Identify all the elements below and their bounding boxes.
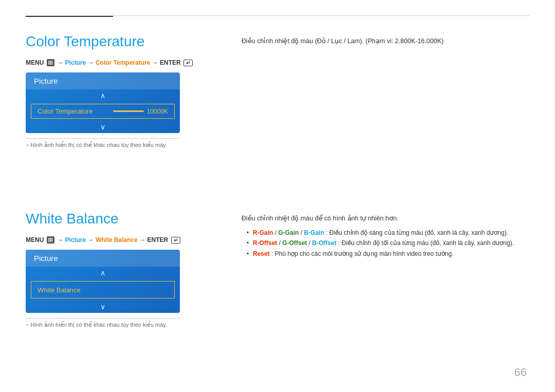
- r-offset-label: R-Offset: [253, 239, 277, 247]
- b-gain-label: B-Gain: [304, 229, 324, 236]
- section-left: Color Temperature MENU III → Picture → C…: [26, 33, 221, 148]
- bullet1-rest: : Điều chỉnh độ sáng của từng màu (đỏ, x…: [326, 229, 508, 236]
- reset-label: Reset: [253, 250, 270, 257]
- arrow-down: ∨: [26, 121, 180, 133]
- caption-color-temp: − Hình ảnh hiển thị có thể khác nhau tùy…: [26, 138, 180, 148]
- color-temp-slider: [113, 110, 144, 112]
- color-temperature-title: Color Temperature: [26, 33, 221, 50]
- color-temp-value: 10000K: [147, 108, 168, 115]
- wb-bullet-1: R-Gain / G-Gain / B-Gain : Điều chỉnh độ…: [247, 228, 529, 238]
- r-gain-label: R-Gain: [253, 229, 273, 236]
- picture-label-wb: Picture: [34, 254, 58, 263]
- menu-arrow1: →: [57, 59, 65, 66]
- picture-box-header-wb: Picture: [26, 250, 180, 267]
- menu-wb: White Balance: [96, 236, 138, 244]
- bullet2-rest: : Điều chỉnh độ tối của từng màu (đỏ, xa…: [338, 239, 514, 247]
- bullet3-rest: : Phù hợp cho các môi trường sử dụng màn…: [271, 250, 454, 257]
- menu-arrow3: → ENTER: [152, 59, 182, 66]
- menu-picture-wb: Picture: [65, 236, 86, 244]
- g-offset-label: G-Offset: [282, 239, 307, 247]
- section-right-wb: Điều chỉnh nhiệt độ màu để có hình ảnh t…: [242, 211, 529, 328]
- section-color-temperature: Color Temperature MENU III → Picture → C…: [26, 23, 529, 148]
- menu-arrow2-wb: →: [88, 236, 96, 244]
- menu-arrow3-wb: → ENTER: [139, 236, 170, 244]
- wb-description: Điều chỉnh nhiệt độ màu để có hình ảnh t…: [242, 213, 529, 223]
- top-rule: [26, 15, 529, 16]
- picture-ui-box: Picture ∧ Color Temperature 10000K ∨: [26, 72, 180, 133]
- section-content: Color Temperature MENU III → Picture → C…: [26, 33, 529, 148]
- chevron-down-icon-wb: ∨: [100, 303, 105, 311]
- section-right-color-temp: Điều chỉnh nhiệt độ màu (Đỏ / Lục / Lam)…: [242, 33, 529, 148]
- color-temp-item-label: Color Temperature: [38, 107, 92, 115]
- chevron-up-icon-wb: ∧: [100, 269, 105, 277]
- wb-item: White Balance: [31, 281, 175, 298]
- picture-label: Picture: [34, 77, 58, 85]
- b-offset-label: B-Offset: [312, 239, 336, 247]
- menu-arrow2: →: [88, 59, 96, 66]
- section-content-wb: White Balance MENU III → Picture → White…: [26, 211, 529, 328]
- wb-bullet-2: R-Offset / G-Offset / B-Offset : Điều ch…: [247, 238, 529, 248]
- page-container: Color Temperature MENU III → Picture → C…: [0, 0, 555, 392]
- arrow-down-wb: ∨: [26, 301, 180, 313]
- section-white-balance: White Balance MENU III → Picture → White…: [26, 200, 529, 328]
- enter-icon: ↵: [183, 60, 193, 66]
- menu-picture: Picture: [65, 59, 86, 66]
- section-left-wb: White Balance MENU III → Picture → White…: [26, 211, 221, 328]
- page-number: 66: [514, 366, 527, 379]
- arrow-up-wb: ∧: [26, 267, 180, 279]
- color-temp-description: Điều chỉnh nhiệt độ màu (Đỏ / Lục / Lam)…: [242, 36, 529, 46]
- picture-box-header: Picture: [26, 72, 180, 89]
- menu-color-temp: Color Temperature: [96, 59, 150, 66]
- caption-wb: − Hình ảnh hiển thị có thể khác nhau tùy…: [26, 318, 180, 328]
- white-balance-title: White Balance: [26, 211, 221, 227]
- menu-path-color-temp: MENU III → Picture → Color Temperature →…: [26, 59, 221, 66]
- arrow-up: ∧: [26, 89, 180, 102]
- menu-path-wb: MENU III → Picture → White Balance → ENT…: [26, 236, 221, 244]
- color-temp-bar-group: 10000K: [113, 108, 168, 115]
- enter-icon-wb: ↵: [171, 237, 180, 244]
- wb-bullet-list: R-Gain / G-Gain / B-Gain : Điều chỉnh độ…: [242, 228, 529, 259]
- menu-label-wb: MENU III: [26, 236, 55, 244]
- menu-arrow1-wb: →: [57, 236, 65, 244]
- chevron-up-icon: ∧: [100, 91, 105, 100]
- picture-ui-box-wb: Picture ∧ White Balance ∨: [26, 250, 180, 313]
- g-gain-label: G-Gain: [278, 229, 299, 236]
- wb-item-label: White Balance: [38, 286, 81, 294]
- color-temp-item: Color Temperature 10000K: [31, 104, 175, 119]
- menu-label: MENU III: [26, 59, 55, 66]
- chevron-down-icon: ∨: [100, 123, 105, 131]
- wb-bullet-3: Reset : Phù hợp cho các môi trường sử dụ…: [247, 249, 529, 259]
